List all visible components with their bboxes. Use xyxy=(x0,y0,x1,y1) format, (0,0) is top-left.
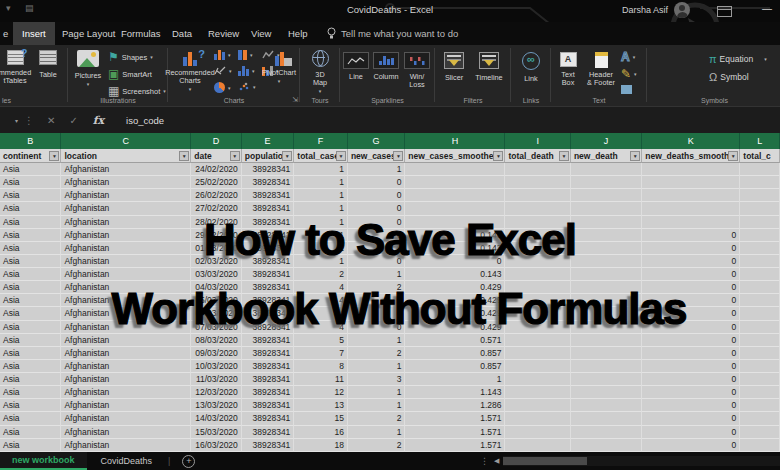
cell-tc[interactable]: 13 xyxy=(294,399,348,412)
cell-tc[interactable]: 4 xyxy=(294,321,348,334)
cell-nc[interactable]: 0 xyxy=(348,176,405,189)
cell-nds[interactable]: 0 xyxy=(642,426,740,439)
cell-td[interactable] xyxy=(505,229,570,242)
cell-nd[interactable] xyxy=(571,163,642,176)
table-button[interactable]: Table xyxy=(34,50,62,79)
cell-nd[interactable] xyxy=(571,189,642,202)
filter-button[interactable]: ▼ xyxy=(282,151,292,161)
cell-p[interactable]: 38928341 xyxy=(242,321,295,334)
cell-c[interactable]: Asia xyxy=(0,229,61,242)
cell-nc[interactable]: 1 xyxy=(348,268,405,281)
cell-td[interactable] xyxy=(505,268,570,281)
cell-d[interactable]: 12/03/2020 xyxy=(191,386,242,399)
cell-d[interactable]: 27/02/2020 xyxy=(191,202,242,215)
sparkline-winloss-button[interactable]: Win/ Loss xyxy=(403,52,431,89)
cell-tc[interactable]: 1 xyxy=(294,216,348,229)
cell-p[interactable]: 38928341 xyxy=(242,294,295,307)
symbol-button[interactable]: ΩSymbol xyxy=(709,71,749,83)
cell-nds[interactable]: 0 xyxy=(642,268,740,281)
cell-d[interactable]: 15/03/2020 xyxy=(191,426,242,439)
cell-ncs[interactable] xyxy=(405,216,505,229)
equation-button[interactable]: πEquation▾ xyxy=(709,53,767,65)
cell-x[interactable] xyxy=(740,334,780,347)
cell-p[interactable]: 38928341 xyxy=(242,229,295,242)
recommended-pivottables-button[interactable]: ? mmended tTables xyxy=(0,50,30,85)
header-total_cases[interactable]: total_cases▼ xyxy=(294,149,348,163)
column-letter-L[interactable]: L xyxy=(740,133,780,149)
cell-nc[interactable]: 0 xyxy=(348,229,405,242)
header-new_cases_smoothe[interactable]: new_cases_smoothe▼ xyxy=(405,149,505,163)
cell-td[interactable] xyxy=(505,216,570,229)
cell-nc[interactable]: 0 xyxy=(348,294,405,307)
cell-p[interactable]: 38928341 xyxy=(242,334,295,347)
cell-l[interactable]: Afghanistan xyxy=(61,176,191,189)
shapes-button[interactable]: ⚑Shapes▾ xyxy=(108,51,153,63)
cell-c[interactable]: Asia xyxy=(0,189,61,202)
cell-nd[interactable] xyxy=(571,412,642,425)
column-letter-K[interactable]: K xyxy=(642,133,740,149)
minimize-button[interactable]: — xyxy=(762,3,772,14)
cell-l[interactable]: Afghanistan xyxy=(61,360,191,373)
insert-bar-chart-button[interactable]: ▾ xyxy=(238,50,253,60)
cell-nd[interactable] xyxy=(571,360,642,373)
cell-p[interactable]: 38928341 xyxy=(242,202,295,215)
cell-nds[interactable]: 0 xyxy=(642,334,740,347)
column-letter-B[interactable]: B xyxy=(0,133,61,149)
cell-nds[interactable]: 0 xyxy=(642,373,740,386)
cell-d[interactable]: 04/03/2020 xyxy=(191,281,242,294)
cell-d[interactable]: 01/03/2020 xyxy=(191,242,242,255)
cell-tc[interactable]: 7 xyxy=(294,347,348,360)
cell-ncs[interactable] xyxy=(405,163,505,176)
cell-l[interactable]: Afghanistan xyxy=(61,202,191,215)
new-sheet-button[interactable]: + xyxy=(182,455,195,468)
cell-nds[interactable]: 0 xyxy=(642,294,740,307)
cell-td[interactable] xyxy=(505,321,570,334)
cell-ncs[interactable]: 1 xyxy=(405,373,505,386)
cell-td[interactable] xyxy=(505,255,570,268)
cell-nd[interactable] xyxy=(571,321,642,334)
cell-l[interactable]: Afghanistan xyxy=(61,412,191,425)
cell-td[interactable] xyxy=(505,189,570,202)
cell-x[interactable] xyxy=(740,163,780,176)
cell-nd[interactable] xyxy=(571,426,642,439)
cell-nds[interactable] xyxy=(642,202,740,215)
cell-nd[interactable] xyxy=(571,255,642,268)
cell-nd[interactable] xyxy=(571,281,642,294)
cell-d[interactable]: 28/02/2020 xyxy=(191,216,242,229)
cell-x[interactable] xyxy=(740,347,780,360)
cell-td[interactable] xyxy=(505,202,570,215)
filter-button[interactable]: ▼ xyxy=(393,151,403,161)
filter-button[interactable]: ▼ xyxy=(179,151,189,161)
cell-l[interactable]: Afghanistan xyxy=(61,163,191,176)
cell-l[interactable]: Afghanistan xyxy=(61,294,191,307)
cell-nds[interactable]: 0 xyxy=(642,255,740,268)
cell-x[interactable] xyxy=(740,321,780,334)
cell-tc[interactable]: 1 xyxy=(294,176,348,189)
header-total_c[interactable]: total_c xyxy=(740,149,780,163)
cell-tc[interactable]: 1 xyxy=(294,189,348,202)
cell-d[interactable]: 02/03/2020 xyxy=(191,255,242,268)
pivotchart-button[interactable]: PivotChart ▾ xyxy=(258,50,300,85)
tab-view[interactable]: View xyxy=(242,22,280,45)
cell-nc[interactable]: 3 xyxy=(348,373,405,386)
cell-l[interactable]: Afghanistan xyxy=(61,399,191,412)
confirm-entry-icon[interactable]: ✓ xyxy=(69,115,77,126)
cell-c[interactable]: Asia xyxy=(0,373,61,386)
tell-me-search[interactable]: Tell me what you want to do xyxy=(318,22,467,45)
cell-x[interactable] xyxy=(740,412,780,425)
insert-scatter-chart-button[interactable]: ▾ xyxy=(238,82,256,92)
cell-p[interactable]: 38928341 xyxy=(242,360,295,373)
cell-td[interactable] xyxy=(505,399,570,412)
cell-p[interactable]: 38928341 xyxy=(242,255,295,268)
cell-c[interactable]: Asia xyxy=(0,294,61,307)
cell-l[interactable]: Afghanistan xyxy=(61,281,191,294)
filter-button[interactable]: ▼ xyxy=(630,151,640,161)
cell-d[interactable]: 09/03/2020 xyxy=(191,347,242,360)
column-letter-H[interactable]: H xyxy=(405,133,505,149)
cell-c[interactable]: Asia xyxy=(0,334,61,347)
cell-nc[interactable]: 0 xyxy=(348,189,405,202)
cell-l[interactable]: Afghanistan xyxy=(61,426,191,439)
header-location[interactable]: location▼ xyxy=(61,149,191,163)
cell-l[interactable]: Afghanistan xyxy=(61,347,191,360)
horizontal-scrollbar[interactable] xyxy=(503,456,780,466)
